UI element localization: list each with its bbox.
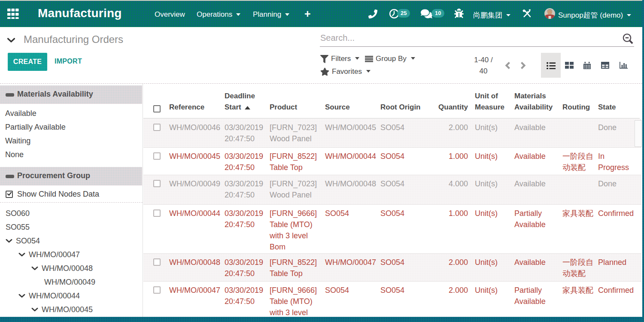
row-checkbox[interactable]: [153, 152, 161, 160]
vertical-scrollbar-thumb[interactable]: [635, 120, 642, 147]
collapse-dash-icon: [6, 175, 14, 178]
pager-previous-button[interactable]: [505, 61, 510, 70]
pager-line2: 40: [470, 66, 497, 77]
view-switcher-pivot-button[interactable]: [601, 62, 609, 69]
search-input[interactable]: Search...: [320, 33, 355, 43]
select-all-checkbox[interactable]: [153, 105, 161, 112]
column-header-reference[interactable]: Reference: [169, 102, 222, 113]
menu-item-overview[interactable]: Overview: [155, 10, 185, 19]
import-button[interactable]: IMPORT: [55, 58, 82, 65]
favorites-menu[interactable]: Favorites: [320, 67, 371, 76]
column-header-state[interactable]: State: [598, 102, 635, 113]
support-tools-icon[interactable]: [522, 9, 532, 18]
column-header-product[interactable]: Product: [270, 102, 323, 113]
cell-state: In Progress: [598, 151, 635, 173]
column-header-label: Unit of Measure: [475, 92, 504, 111]
tree-node-wh-mo-00049[interactable]: WH/MO/00049: [0, 275, 142, 289]
table-row-wh-mo-00046[interactable]: WH/MO/0004603/30/2019 20:47:50[FURN_7023…: [143, 119, 641, 148]
table-row-wh-mo-00049[interactable]: WH/MO/0004903/30/2019 20:47:50[FURN_7023…: [143, 175, 641, 205]
row-checkbox[interactable]: [153, 124, 161, 131]
column-header-routing[interactable]: Routing: [562, 102, 596, 113]
tree-node-wh-mo-00048[interactable]: WH/MO/00048: [0, 261, 142, 275]
tree-node-wh-mo-00044[interactable]: WH/MO/00044: [0, 289, 142, 303]
view-switcher-kanban-button[interactable]: [565, 62, 574, 69]
tree-expand-icon[interactable]: [31, 307, 38, 312]
column-header-uom[interactable]: Unit of Measure: [475, 91, 509, 113]
debug-bug-icon[interactable]: [454, 9, 464, 18]
tree-node-wh-mo-00047[interactable]: WH/MO/00047: [0, 248, 142, 261]
pager-next-button[interactable]: [520, 61, 526, 70]
messages-chat-icon[interactable]: [421, 9, 432, 19]
cell-routing: 一阶段自 动装配: [562, 151, 596, 173]
row-checkbox[interactable]: [153, 210, 161, 217]
cell-uom: Unit(s): [475, 122, 509, 133]
table-row-wh-mo-00048[interactable]: WH/MO/0004803/30/2019 20:47:50[FURN_8522…: [143, 254, 641, 282]
filter-option-available[interactable]: Available: [0, 106, 142, 120]
breadcrumb-toggle-icon[interactable]: [7, 37, 15, 43]
filters-menu[interactable]: Filters: [320, 54, 359, 64]
search-minus-icon[interactable]: [622, 33, 635, 45]
column-header-source[interactable]: Source: [325, 102, 378, 113]
view-switcher-list-button[interactable]: [547, 62, 556, 69]
row-checkbox[interactable]: [153, 180, 161, 187]
view-switcher-calendar-button[interactable]: [583, 62, 591, 69]
cell-availability: Available: [514, 257, 560, 268]
company-switcher[interactable]: 尚鹏集团: [473, 10, 510, 20]
cell-source: SO054: [325, 285, 378, 296]
menu-item-operations[interactable]: Operations: [197, 10, 240, 19]
column-header-deadline[interactable]: Deadline Start: [225, 91, 269, 113]
odoo-manufacturing-page: ManufacturingOverviewOperationsPlanning+…: [0, 0, 644, 322]
tree-node-label: SO054: [16, 237, 40, 246]
column-header-availability[interactable]: Materials Availability: [514, 91, 560, 113]
filter-section-procurement-group[interactable]: Procurement Group: [0, 167, 142, 185]
cell-uom: Unit(s): [475, 151, 509, 162]
app-brand-title[interactable]: Manufacturing: [38, 6, 122, 20]
cell-product: [FURN_9666] Table (MTO) with 3 level Bom: [270, 208, 323, 252]
cell-routing: 一阶段自 动装配: [562, 257, 596, 279]
activities-count-badge[interactable]: 25: [397, 9, 410, 18]
tree-node-wh-mo-00045[interactable]: WH/MO/00045: [0, 303, 142, 316]
group-by-menu[interactable]: Group By: [365, 54, 415, 64]
filter-section-procurement-group-label: Procurement Group: [17, 171, 90, 180]
tree-node-so055[interactable]: SO055: [0, 220, 142, 234]
filter-option-waiting[interactable]: Waiting: [0, 134, 142, 148]
menu-item-planning[interactable]: Planning: [253, 10, 289, 19]
tree-node-so060[interactable]: SO060: [0, 207, 142, 220]
table-row-wh-mo-00047[interactable]: WH/MO/0004703/30/2019 20:47:50[FURN_9666…: [143, 282, 641, 317]
tree-expand-icon[interactable]: [18, 252, 25, 257]
user-avatar[interactable]: [544, 8, 555, 19]
tree-node-so054[interactable]: SO054: [0, 234, 142, 248]
tree-expand-icon[interactable]: [18, 294, 25, 298]
table-row-wh-mo-00044[interactable]: WH/MO/0004403/30/2019 20:47:50[FURN_9666…: [143, 205, 641, 254]
create-button[interactable]: CREATE: [8, 53, 47, 71]
cell-reference: WH/MO/00044: [169, 208, 222, 219]
table-row-wh-mo-00045[interactable]: WH/MO/0004503/30/2019 20:47:50[FURN_8522…: [143, 148, 641, 175]
show-child-nodes-checkbox[interactable]: [6, 191, 13, 198]
messages-count-badge[interactable]: 10: [431, 9, 444, 18]
cell-uom: Unit(s): [475, 285, 509, 296]
column-header-quantity[interactable]: Quantity: [421, 102, 468, 113]
user-name: Sunpop超管 (demo): [558, 11, 623, 19]
tree-expand-icon[interactable]: [6, 239, 12, 243]
user-menu[interactable]: Sunpop超管 (demo): [558, 10, 631, 20]
favorites-menu-label: Favorites: [332, 67, 362, 76]
show-child-nodes-toggle[interactable]: Show Child Nodes Data: [6, 190, 99, 199]
tree-expand-icon[interactable]: [31, 266, 38, 270]
voip-phone-icon[interactable]: [368, 9, 377, 18]
favorites-menu-icon: [320, 67, 329, 76]
pager-range: 1-40 /40: [470, 55, 497, 77]
cell-reference: WH/MO/00047: [169, 285, 222, 296]
filter-option-partially-available[interactable]: Partially Available: [0, 120, 142, 134]
cell-deadline: 03/30/2019 20:47:50: [225, 151, 269, 173]
row-checkbox[interactable]: [153, 286, 161, 294]
cell-deadline: 03/30/2019 20:47:50: [225, 257, 269, 279]
materials-availability-options: AvailablePartially AvailableWaitingNone: [0, 106, 142, 161]
filter-section-materials-availability[interactable]: Materials Availability: [0, 85, 142, 104]
cell-deadline: 03/30/2019 20:47:50: [225, 208, 269, 230]
row-checkbox[interactable]: [153, 258, 161, 266]
view-switcher-graph-button[interactable]: [620, 62, 628, 69]
filter-option-none[interactable]: None: [0, 148, 142, 161]
menu-item-label: Operations: [197, 10, 232, 18]
new-menu-plus-button[interactable]: +: [304, 8, 311, 20]
apps-menu-icon[interactable]: [7, 9, 19, 19]
